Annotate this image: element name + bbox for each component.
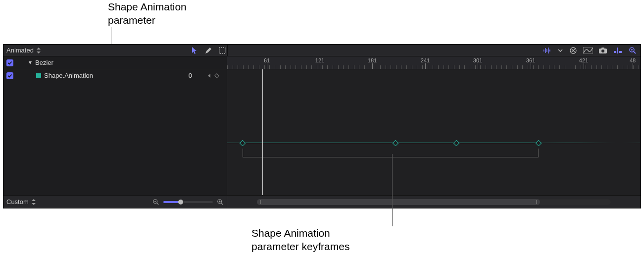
fit-curves-button[interactable] [583,46,593,55]
ruler-tick [581,65,581,69]
ruler-tick [343,65,344,69]
audio-toggle[interactable] [543,46,552,55]
ruler-tick [285,65,286,69]
ruler-tick [607,65,607,69]
row-label: Shape.Animation [44,72,93,79]
ruler-tick [406,65,407,69]
ruler-tick [280,65,281,69]
ruler-tick [628,65,628,69]
svg-rect-12 [619,51,622,53]
row-label: Bezier [35,59,53,66]
snap-icon [613,47,623,54]
keyframe[interactable] [536,140,542,146]
enable-checkbox[interactable] [6,72,13,79]
zoom-icon [629,47,637,54]
ruler-tick [380,65,381,69]
parameter-value[interactable]: 0 [166,72,196,79]
svg-rect-2 [545,48,546,53]
edit-tool-arrow[interactable] [190,46,199,55]
ruler-tick [327,65,328,69]
ruler-tick [391,65,391,69]
edit-tool-pencil[interactable] [203,46,213,55]
chevron-updown-icon [37,48,41,53]
keyframe[interactable] [240,140,246,146]
ruler-tick [301,65,301,69]
edit-tool-marquee[interactable] [217,46,227,55]
ruler-tick [370,65,370,69]
checkmark-icon [7,73,12,78]
ruler-tick-major [320,63,320,69]
svg-rect-9 [601,48,604,49]
filter-popup[interactable]: Animated [6,47,41,54]
magnify-out-icon[interactable] [152,199,159,206]
audio-waveform-icon [543,47,552,54]
ruler-tick-label: 121 [315,57,324,63]
checkmark-icon [7,60,12,65]
slider-thumb[interactable] [178,200,183,205]
chevron-down-icon [558,49,563,52]
ruler-tick [454,65,454,69]
curve-mode-label: Custom [6,198,29,206]
time-ruler[interactable]: 6112118124130136142148 [227,56,641,69]
ruler-tick [575,65,576,69]
ruler-tick [253,65,254,69]
ruler-tick [538,65,539,69]
ruler-tick-major [425,63,426,69]
zoom-timeline-button[interactable] [628,46,638,55]
enable-checkbox[interactable] [6,59,13,66]
audio-menu[interactable] [557,46,563,55]
ruler-tick-label: 48 [630,57,636,63]
keyframe-diamond-icon[interactable] [214,73,219,78]
curve-line[interactable] [243,143,539,143]
parameter-row-shape-animation[interactable]: Shape.Animation 0 [3,69,227,82]
playhead[interactable] [262,69,263,195]
keyframe[interactable] [453,140,460,146]
pencil-icon [204,47,212,54]
ruler-tick [243,65,244,69]
ruler-tick [633,65,634,69]
parameter-row-bezier[interactable]: Bezier [3,56,227,69]
arrow-cursor-icon [191,47,198,54]
ruler-tick [264,65,265,69]
ruler-tick [338,65,339,69]
ruler-tick [501,65,502,69]
ruler-tick-major [267,63,267,69]
ruler-tick [428,65,428,69]
ruler-tick [517,65,518,69]
ruler-tick [311,65,312,69]
ruler-tick [586,65,586,69]
ruler-tick-label: 61 [264,57,270,63]
ruler-tick [486,65,486,69]
parameter-list: Bezier Shape.Animation 0 [3,56,227,208]
toolbar-right [228,45,641,56]
ruler-tick [549,65,549,69]
curve-mode-popup[interactable]: Custom [6,198,36,206]
ruler-tick [464,65,465,69]
horizontal-scrollbar[interactable] [257,199,611,205]
vertical-zoom-slider[interactable] [163,201,213,203]
ruler-tick [591,65,592,69]
timeline-footer [227,195,641,208]
svg-rect-1 [544,50,545,51]
ruler-tick [375,65,375,69]
clear-curves-button[interactable] [568,46,578,55]
magnify-in-icon[interactable] [217,199,224,206]
ruler-tick [617,65,618,69]
ruler-tick [448,65,449,69]
prev-keyframe-icon[interactable] [206,73,212,79]
keyframe[interactable] [393,140,399,146]
disclosure-triangle-icon[interactable] [28,61,32,65]
sidebar-footer: Custom [3,195,227,208]
ruler-tick [480,65,481,69]
ruler-tick [559,65,560,69]
scrollbar-thumb[interactable] [257,199,540,205]
ruler-tick-major [372,63,373,69]
snap-button[interactable] [613,46,623,55]
ruler-tick [528,65,528,69]
ruler-tick [433,65,433,69]
ruler-tick [544,65,544,69]
curve-graph[interactable] [227,69,641,195]
filter-label: Animated [6,47,34,54]
snapshot-button[interactable] [598,46,608,55]
ruler-tick [554,65,554,69]
